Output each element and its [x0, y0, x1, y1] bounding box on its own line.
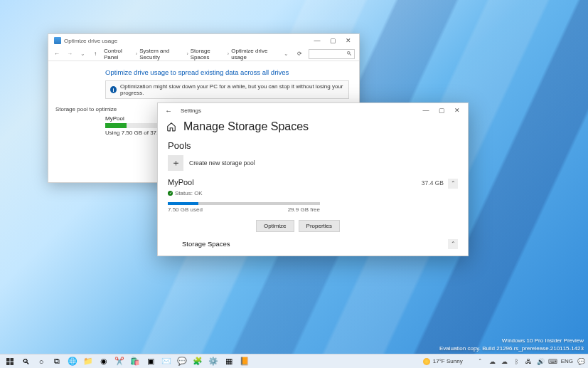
- settings-close-button[interactable]: ✕: [449, 105, 465, 116]
- create-pool-row[interactable]: ＋ Create new storage pool: [168, 155, 458, 171]
- properties-button[interactable]: Properties: [299, 220, 340, 232]
- pool-size: 37.4 GB: [422, 179, 444, 186]
- pool-usage-bar: [168, 202, 320, 205]
- svg-rect-3: [11, 362, 14, 365]
- pool-name: MyPool: [168, 178, 422, 186]
- optimize-button[interactable]: Optimize: [256, 220, 294, 232]
- taskbar-app-icon[interactable]: 🧩: [191, 355, 205, 368]
- cp-breadcrumb-bar[interactable]: Control Panel › System and Security › St…: [104, 48, 277, 61]
- crumb-separator: ›: [228, 51, 229, 56]
- pool-block-mypool: MyPool 37.4 GB ⌃ ✓ Status: OK 7.50 GB us…: [168, 178, 458, 249]
- breadcrumb-storage-spaces[interactable]: Storage Spaces: [191, 48, 225, 61]
- pool-free-text: 29.9 GB free: [288, 206, 320, 213]
- sun-icon: [423, 358, 430, 365]
- breadcrumb-optimize-drive-usage[interactable]: Optimize drive usage: [231, 48, 277, 61]
- breadcrumb-system-security[interactable]: System and Security: [139, 48, 184, 61]
- start-button[interactable]: [3, 355, 17, 368]
- settings-minimize-button[interactable]: —: [418, 105, 434, 116]
- terminal-icon[interactable]: ▣: [144, 355, 158, 368]
- file-explorer-icon[interactable]: 📁: [81, 355, 95, 368]
- mail-icon[interactable]: ✉️: [159, 355, 173, 368]
- pool-usage-bar-fill: [168, 202, 198, 205]
- cp-maximize-button[interactable]: ▢: [325, 36, 341, 46]
- cp-app-icon: [54, 37, 61, 44]
- feedback-hub-icon[interactable]: 💬: [175, 355, 189, 368]
- input-language[interactable]: ENG: [561, 358, 573, 364]
- cp-up-button[interactable]: ↑: [91, 50, 100, 58]
- cp-close-button[interactable]: ✕: [341, 36, 356, 46]
- task-view-icon[interactable]: ⧉: [50, 355, 64, 368]
- watermark-line1: Windows 10 Pro Insider Preview: [439, 337, 584, 345]
- search-icon[interactable]: 🔍︎: [18, 355, 33, 368]
- bluetooth-icon[interactable]: ᛒ: [513, 357, 521, 366]
- edge-icon[interactable]: 🌐: [65, 355, 80, 368]
- watermark-line2: Evaluation copy. Build 21296.rs_prerelea…: [439, 345, 584, 352]
- onedrive-icon[interactable]: ☁: [488, 357, 497, 366]
- cp-refresh-button[interactable]: ⟳: [294, 49, 304, 59]
- crumb-separator: ›: [186, 51, 188, 56]
- breadcrumb-control-panel[interactable]: Control Panel: [104, 48, 134, 61]
- settings-maximize-button[interactable]: ▢: [434, 105, 449, 116]
- create-pool-label: Create new storage pool: [189, 159, 255, 167]
- taskbar-app-icon[interactable]: ▦: [222, 355, 236, 368]
- cp-back-button[interactable]: ←: [53, 50, 61, 58]
- cp-navbar: ← → ⌄ ↑ Control Panel › System and Secur…: [48, 47, 359, 61]
- settings-page-heading: Manage Storage Spaces: [183, 120, 309, 133]
- cp-minimize-button[interactable]: —: [309, 36, 325, 46]
- cp-info-text: Optimization might slow down your PC for…: [120, 83, 344, 96]
- cp-titlebar[interactable]: Optimize drive usage — ▢ ✕: [48, 34, 359, 47]
- cp-crumb-dropdown[interactable]: ⌄: [282, 50, 290, 58]
- settings-window-title: Settings: [181, 107, 418, 114]
- status-ok-icon: ✓: [168, 191, 173, 196]
- cp-forward-button[interactable]: →: [65, 50, 74, 58]
- settings-back-button[interactable]: ←: [164, 105, 173, 115]
- pools-section-label: Pools: [168, 140, 458, 151]
- action-center-icon[interactable]: 💬: [577, 357, 585, 366]
- svg-rect-1: [11, 358, 14, 362]
- plus-icon[interactable]: ＋: [168, 155, 183, 171]
- svg-rect-0: [6, 358, 10, 362]
- settings-taskbar-icon[interactable]: ⚙️: [206, 355, 220, 368]
- info-icon: i: [110, 86, 117, 93]
- network-icon[interactable]: 🖧: [525, 357, 533, 366]
- keyboard-icon[interactable]: ⌨: [549, 357, 557, 366]
- cp-search-input[interactable]: 🔍︎: [309, 49, 355, 59]
- store-icon[interactable]: 🛍️: [128, 355, 142, 368]
- pool-used-text: 7.50 GB used: [168, 206, 203, 213]
- svg-rect-2: [6, 362, 10, 365]
- cp-page-heading: Optimize drive usage to spread existing …: [105, 68, 349, 76]
- cp-window-title: Optimize drive usage: [64, 38, 117, 44]
- crumb-separator: ›: [136, 51, 137, 56]
- cp-recent-dropdown[interactable]: ⌄: [78, 50, 87, 58]
- taskbar-app-icon[interactable]: 📙: [237, 355, 252, 368]
- snipping-tool-icon[interactable]: ✂️: [112, 355, 127, 368]
- weather-widget[interactable]: 17°F Sunny: [423, 358, 463, 365]
- cortana-icon[interactable]: ○: [34, 355, 48, 368]
- cp-info-banner: i Optimization might slow down your PC f…: [105, 80, 349, 99]
- onedrive-icon[interactable]: ☁: [501, 357, 509, 366]
- tray-overflow-icon[interactable]: ˄: [476, 357, 485, 366]
- chrome-icon[interactable]: ◉: [97, 355, 111, 368]
- home-icon[interactable]: [166, 122, 176, 132]
- volume-icon[interactable]: 🔊: [537, 357, 545, 366]
- settings-titlebar[interactable]: ← Settings — ▢ ✕: [158, 103, 468, 117]
- storage-spaces-section-label: Storage Spaces: [182, 240, 448, 248]
- taskbar: 🔍︎ ○ ⧉ 🌐 📁 ◉ ✂️ 🛍️ ▣ ✉️ 💬 🧩 ⚙️ ▦ 📙 17°F …: [0, 354, 588, 368]
- weather-text: 17°F Sunny: [433, 358, 463, 364]
- settings-window: ← Settings — ▢ ✕ Manage Storage Spaces P…: [157, 102, 469, 256]
- storage-spaces-collapse-button[interactable]: ⌃: [448, 239, 458, 249]
- cp-usage-bar-fill: [105, 123, 127, 128]
- pool-collapse-button[interactable]: ⌃: [448, 179, 458, 189]
- insider-watermark: Windows 10 Pro Insider Preview Evaluatio…: [439, 337, 584, 352]
- pool-status-text: Status: OK: [175, 190, 203, 196]
